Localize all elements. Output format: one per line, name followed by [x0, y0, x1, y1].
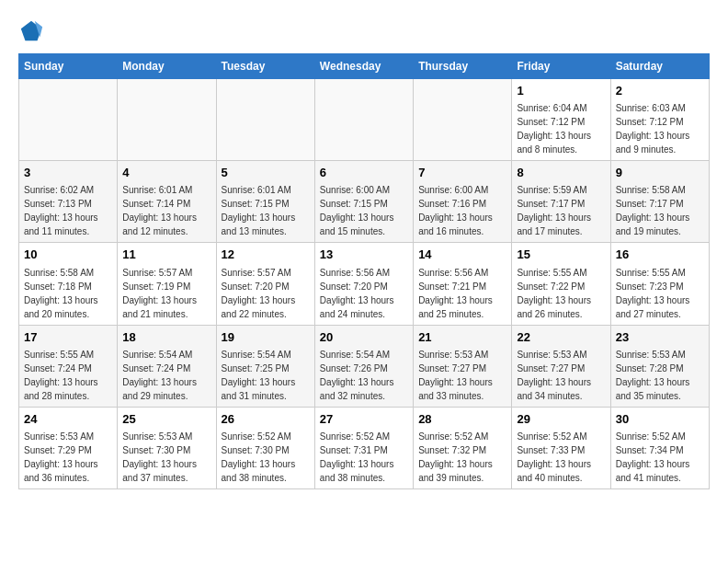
- day-number: 13: [320, 247, 408, 263]
- calendar-cell: 10Sunrise: 5:58 AM Sunset: 7:18 PM Dayli…: [19, 243, 118, 325]
- calendar-cell: 27Sunrise: 5:52 AM Sunset: 7:31 PM Dayli…: [314, 407, 413, 488]
- logo: [18, 18, 48, 44]
- day-number: 27: [320, 411, 408, 428]
- calendar-cell: 14Sunrise: 5:56 AM Sunset: 7:21 PM Dayli…: [414, 243, 512, 325]
- calendar-cell: 11Sunrise: 5:57 AM Sunset: 7:19 PM Dayli…: [118, 243, 216, 325]
- day-info: Sunrise: 6:00 AM Sunset: 7:15 PM Dayligh…: [320, 183, 408, 238]
- day-info: Sunrise: 5:56 AM Sunset: 7:20 PM Dayligh…: [320, 266, 408, 321]
- day-info: Sunrise: 5:52 AM Sunset: 7:32 PM Dayligh…: [418, 430, 506, 485]
- day-info: Sunrise: 5:53 AM Sunset: 7:28 PM Dayligh…: [616, 348, 704, 403]
- calendar-cell: 23Sunrise: 5:53 AM Sunset: 7:28 PM Dayli…: [610, 325, 709, 407]
- day-info: Sunrise: 6:00 AM Sunset: 7:16 PM Dayligh…: [418, 183, 506, 238]
- day-number: 21: [418, 329, 506, 346]
- day-number: 24: [24, 411, 112, 428]
- calendar-cell: 7Sunrise: 6:00 AM Sunset: 7:16 PM Daylig…: [414, 161, 512, 243]
- calendar-cell: 3Sunrise: 6:02 AM Sunset: 7:13 PM Daylig…: [19, 161, 118, 243]
- day-info: Sunrise: 5:58 AM Sunset: 7:17 PM Dayligh…: [616, 183, 704, 238]
- day-number: 19: [222, 329, 310, 346]
- calendar-cell: 30Sunrise: 5:52 AM Sunset: 7:34 PM Dayli…: [610, 407, 709, 488]
- day-info: Sunrise: 6:04 AM Sunset: 7:12 PM Dayligh…: [517, 101, 605, 156]
- day-number: 1: [517, 83, 605, 99]
- day-info: Sunrise: 5:57 AM Sunset: 7:19 PM Dayligh…: [122, 266, 210, 321]
- calendar-cell: 9Sunrise: 5:58 AM Sunset: 7:17 PM Daylig…: [610, 161, 709, 243]
- day-number: 22: [517, 329, 605, 346]
- week-row-3: 17Sunrise: 5:55 AM Sunset: 7:24 PM Dayli…: [19, 325, 710, 407]
- day-info: Sunrise: 5:55 AM Sunset: 7:22 PM Dayligh…: [517, 266, 605, 321]
- day-number: 3: [24, 165, 112, 181]
- day-info: Sunrise: 5:53 AM Sunset: 7:30 PM Dayligh…: [122, 430, 210, 485]
- day-number: 29: [517, 411, 605, 428]
- day-info: Sunrise: 5:55 AM Sunset: 7:23 PM Dayligh…: [616, 266, 704, 321]
- calendar-cell: [314, 79, 413, 161]
- day-number: 9: [616, 165, 704, 181]
- week-row-2: 10Sunrise: 5:58 AM Sunset: 7:18 PM Dayli…: [19, 243, 710, 325]
- calendar-cell: 26Sunrise: 5:52 AM Sunset: 7:30 PM Dayli…: [216, 407, 314, 488]
- day-info: Sunrise: 5:53 AM Sunset: 7:27 PM Dayligh…: [418, 348, 506, 403]
- day-number: 12: [222, 247, 310, 263]
- day-number: 28: [418, 411, 506, 428]
- day-info: Sunrise: 5:55 AM Sunset: 7:24 PM Dayligh…: [24, 348, 112, 403]
- calendar-cell: 1Sunrise: 6:04 AM Sunset: 7:12 PM Daylig…: [512, 79, 610, 161]
- day-number: 14: [418, 247, 506, 263]
- calendar-cell: 28Sunrise: 5:52 AM Sunset: 7:32 PM Dayli…: [414, 407, 512, 488]
- calendar-cell: [19, 79, 118, 161]
- day-info: Sunrise: 5:58 AM Sunset: 7:18 PM Dayligh…: [24, 266, 112, 321]
- day-info: Sunrise: 5:54 AM Sunset: 7:24 PM Dayligh…: [122, 348, 210, 403]
- day-info: Sunrise: 5:52 AM Sunset: 7:30 PM Dayligh…: [222, 430, 310, 485]
- day-info: Sunrise: 5:53 AM Sunset: 7:27 PM Dayligh…: [517, 348, 605, 403]
- week-row-1: 3Sunrise: 6:02 AM Sunset: 7:13 PM Daylig…: [19, 161, 710, 243]
- weekday-header-saturday: Saturday: [610, 54, 709, 79]
- day-number: 17: [24, 329, 112, 346]
- day-number: 4: [122, 165, 210, 181]
- day-number: 23: [616, 329, 704, 346]
- day-number: 6: [320, 165, 408, 181]
- calendar-cell: 19Sunrise: 5:54 AM Sunset: 7:25 PM Dayli…: [216, 325, 314, 407]
- day-number: 25: [122, 411, 210, 428]
- day-info: Sunrise: 6:01 AM Sunset: 7:14 PM Dayligh…: [122, 183, 210, 238]
- weekday-header-wednesday: Wednesday: [314, 54, 413, 79]
- calendar-cell: [414, 79, 512, 161]
- weekday-header-friday: Friday: [512, 54, 610, 79]
- day-number: 8: [517, 165, 605, 181]
- day-info: Sunrise: 5:54 AM Sunset: 7:26 PM Dayligh…: [320, 348, 408, 403]
- weekday-header-monday: Monday: [118, 54, 216, 79]
- weekday-header-tuesday: Tuesday: [216, 54, 314, 79]
- calendar-cell: 15Sunrise: 5:55 AM Sunset: 7:22 PM Dayli…: [512, 243, 610, 325]
- calendar-cell: 2Sunrise: 6:03 AM Sunset: 7:12 PM Daylig…: [610, 79, 709, 161]
- day-number: 30: [616, 411, 704, 428]
- day-number: 18: [122, 329, 210, 346]
- calendar-cell: 5Sunrise: 6:01 AM Sunset: 7:15 PM Daylig…: [216, 161, 314, 243]
- day-info: Sunrise: 6:03 AM Sunset: 7:12 PM Dayligh…: [616, 101, 704, 156]
- header: [18, 18, 710, 44]
- day-info: Sunrise: 5:52 AM Sunset: 7:34 PM Dayligh…: [616, 430, 704, 485]
- day-number: 10: [24, 247, 112, 263]
- day-number: 11: [122, 247, 210, 263]
- day-info: Sunrise: 5:56 AM Sunset: 7:21 PM Dayligh…: [418, 266, 506, 321]
- day-info: Sunrise: 5:52 AM Sunset: 7:31 PM Dayligh…: [320, 430, 408, 485]
- day-info: Sunrise: 6:01 AM Sunset: 7:15 PM Dayligh…: [222, 183, 310, 238]
- calendar-cell: 20Sunrise: 5:54 AM Sunset: 7:26 PM Dayli…: [314, 325, 413, 407]
- calendar-cell: 24Sunrise: 5:53 AM Sunset: 7:29 PM Dayli…: [19, 407, 118, 488]
- calendar-cell: 18Sunrise: 5:54 AM Sunset: 7:24 PM Dayli…: [118, 325, 216, 407]
- calendar-cell: 6Sunrise: 6:00 AM Sunset: 7:15 PM Daylig…: [314, 161, 413, 243]
- calendar-cell: 16Sunrise: 5:55 AM Sunset: 7:23 PM Dayli…: [610, 243, 709, 325]
- day-info: Sunrise: 5:59 AM Sunset: 7:17 PM Dayligh…: [517, 183, 605, 238]
- day-info: Sunrise: 5:54 AM Sunset: 7:25 PM Dayligh…: [222, 348, 310, 403]
- day-info: Sunrise: 5:57 AM Sunset: 7:20 PM Dayligh…: [222, 266, 310, 321]
- day-number: 5: [222, 165, 310, 181]
- calendar-cell: 8Sunrise: 5:59 AM Sunset: 7:17 PM Daylig…: [512, 161, 610, 243]
- calendar-cell: 25Sunrise: 5:53 AM Sunset: 7:30 PM Dayli…: [118, 407, 216, 488]
- calendar-cell: 4Sunrise: 6:01 AM Sunset: 7:14 PM Daylig…: [118, 161, 216, 243]
- day-number: 7: [418, 165, 506, 181]
- day-info: Sunrise: 6:02 AM Sunset: 7:13 PM Dayligh…: [24, 183, 112, 238]
- day-info: Sunrise: 5:53 AM Sunset: 7:29 PM Dayligh…: [24, 430, 112, 485]
- calendar-table: SundayMondayTuesdayWednesdayThursdayFrid…: [18, 53, 710, 489]
- weekday-header-row: SundayMondayTuesdayWednesdayThursdayFrid…: [19, 54, 710, 79]
- week-row-4: 24Sunrise: 5:53 AM Sunset: 7:29 PM Dayli…: [19, 407, 710, 488]
- weekday-header-sunday: Sunday: [19, 54, 118, 79]
- day-number: 16: [616, 247, 704, 263]
- calendar-cell: 17Sunrise: 5:55 AM Sunset: 7:24 PM Dayli…: [19, 325, 118, 407]
- week-row-0: 1Sunrise: 6:04 AM Sunset: 7:12 PM Daylig…: [19, 79, 710, 161]
- weekday-header-thursday: Thursday: [414, 54, 512, 79]
- calendar-cell: 12Sunrise: 5:57 AM Sunset: 7:20 PM Dayli…: [216, 243, 314, 325]
